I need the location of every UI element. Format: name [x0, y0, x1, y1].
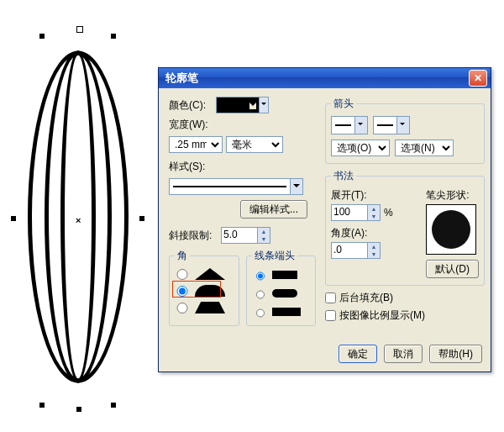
corner-bevel-radio[interactable]: [175, 303, 190, 313]
cap-butt-icon: [272, 271, 297, 279]
arrows-legend: 箭头: [331, 97, 356, 111]
color-label: 颜色(C):: [169, 98, 213, 113]
scale-with-image-label: 按图像比例显示(M): [339, 308, 425, 323]
cap-butt-radio[interactable]: [256, 271, 265, 282]
cancel-button[interactable]: 取消: [384, 345, 423, 363]
corner-miter-icon: [195, 268, 225, 280]
dialog-titlebar[interactable]: 轮廓笔 ✕: [159, 68, 491, 88]
behind-fill-label: 后台填充(B): [339, 291, 393, 305]
canvas-artwork: ×: [8, 21, 147, 412]
stretch-label: 展开(T):: [331, 188, 417, 203]
corner-miter-radio[interactable]: [175, 269, 190, 280]
nib-preview: [426, 204, 476, 255]
width-label: 宽度(W):: [169, 118, 213, 132]
cap-round-icon: [272, 289, 297, 298]
style-label: 样式(S):: [169, 160, 213, 174]
corner-round-icon: [195, 285, 225, 297]
scale-with-image-checkbox[interactable]: [325, 310, 336, 321]
selection-handle[interactable]: [11, 216, 16, 221]
selection-handle[interactable]: [76, 407, 81, 412]
default-button[interactable]: 默认(D): [426, 260, 479, 278]
nib-shape-label: 笔尖形状:: [426, 188, 479, 203]
percent-label: %: [384, 207, 393, 219]
corner-bevel-icon: [195, 302, 225, 313]
corners-legend: 角: [175, 249, 190, 263]
behind-fill-checkbox[interactable]: [325, 292, 336, 303]
cap-square-icon: [272, 308, 301, 316]
width-unit-select[interactable]: 毫米: [226, 136, 283, 153]
width-select[interactable]: .25 mm: [169, 136, 223, 153]
arrow-end-select[interactable]: [373, 116, 410, 134]
edit-style-button[interactable]: 编辑样式...: [240, 200, 307, 219]
selection-handle[interactable]: [39, 403, 45, 408]
arrow-options-left[interactable]: 选项(O): [331, 140, 390, 156]
selection-handle[interactable]: [111, 34, 116, 39]
cap-round-radio[interactable]: [256, 289, 265, 300]
miter-limit-input[interactable]: ▲▼: [221, 227, 270, 244]
arrow-options-right[interactable]: 选项(N): [395, 140, 454, 156]
help-button[interactable]: 帮助(H): [429, 345, 482, 363]
selection-center-icon: ×: [76, 215, 81, 225]
miter-limit-label: 斜接限制:: [169, 229, 218, 243]
caps-legend: 线条端头: [252, 249, 297, 263]
outline-pen-dialog: 轮廓笔 ✕ 颜色(C): 宽度(W): .25 mm 毫米: [158, 67, 491, 372]
selection-handle[interactable]: [39, 34, 45, 39]
close-button[interactable]: ✕: [469, 70, 487, 87]
dialog-title: 轮廓笔: [165, 71, 198, 86]
color-swatch[interactable]: [216, 97, 269, 113]
selection-handle[interactable]: [76, 26, 83, 33]
cap-square-radio[interactable]: [256, 308, 265, 319]
close-icon: ✕: [474, 73, 482, 83]
corner-round-radio[interactable]: [175, 286, 190, 297]
calligraphy-legend: 书法: [331, 169, 356, 183]
selection-handle[interactable]: [139, 216, 144, 221]
selection-handle[interactable]: [111, 403, 116, 408]
style-select[interactable]: [169, 178, 303, 195]
angle-input[interactable]: ▲▼: [331, 242, 381, 259]
stretch-input[interactable]: ▲▼: [331, 204, 381, 221]
angle-label: 角度(A):: [331, 226, 417, 240]
ok-button[interactable]: 确定: [339, 345, 377, 363]
arrow-start-select[interactable]: [331, 116, 368, 134]
